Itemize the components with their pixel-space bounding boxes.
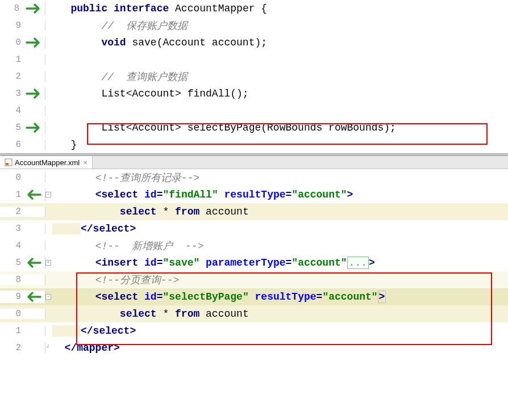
code-line[interactable]: 6 } <box>0 136 508 153</box>
code-line[interactable]: 0 <!--查询所有记录--> <box>0 169 508 186</box>
fold-icon[interactable]: ┘ <box>45 345 51 351</box>
fold-expand-icon[interactable]: + <box>45 260 51 266</box>
code-content[interactable]: public interface AccountMapper { <box>45 3 267 14</box>
line-number: 8 <box>9 3 19 14</box>
gutter: 8 c <box>0 2 45 15</box>
arrow-right-icon[interactable] <box>26 87 41 100</box>
code-line[interactable]: 3 </select> <box>0 220 508 237</box>
code-line[interactable]: 1 </select> <box>0 322 508 339</box>
xml-editor-panel[interactable]: 0 <!--查询所有记录--> 1− <select id="findAll" … <box>0 169 508 356</box>
code-line[interactable]: 4 <!-- 新增账户 --> <box>0 237 508 254</box>
code-line[interactable]: 2┘ </mapper> <box>0 339 508 356</box>
code-line[interactable]: 4 <box>0 102 508 119</box>
arrow-left-icon[interactable] <box>26 257 41 269</box>
code-line[interactable]: 5+ <insert id="save" parameterType="acco… <box>0 254 508 271</box>
fold-icon[interactable]: − <box>45 294 51 300</box>
code-line[interactable]: 1− <select id="findAll" resultType="acco… <box>0 186 508 203</box>
fold-icon[interactable]: − <box>45 192 51 198</box>
tab-label: AccountMapper.xml <box>15 158 80 167</box>
comment: // 查询账户数据 <box>101 72 187 83</box>
tab-accountmapper-xml[interactable]: AccountMapper.xml × <box>0 156 93 169</box>
arrow-right-icon[interactable] <box>26 121 41 134</box>
code-line[interactable]: 3 List<Account> findAll(); <box>0 85 508 102</box>
arrow-left-icon[interactable] <box>26 188 41 201</box>
code-line[interactable]: 2 select * from account <box>0 203 508 220</box>
code-line[interactable]: 5 List<Account> selectByPage(RowBounds r… <box>0 119 508 136</box>
arrow-right-icon[interactable] <box>26 36 41 49</box>
keyword-public: public <box>70 3 107 14</box>
keyword-interface: interface <box>114 3 169 14</box>
code-line[interactable]: 9− <select id="selectByPage" resultType=… <box>0 288 508 305</box>
code-line[interactable]: 9 // 保存账户数据 <box>0 17 508 34</box>
code-line[interactable]: 8 c public interface AccountMapper { <box>0 0 508 17</box>
arrow-left-icon[interactable] <box>26 291 41 303</box>
comment: // 保存账户数据 <box>101 20 187 32</box>
svg-rect-3 <box>6 163 9 165</box>
xml-file-icon <box>5 158 13 166</box>
close-icon[interactable]: × <box>83 158 88 167</box>
keyword-void: void <box>101 37 126 48</box>
comment: <!--查询所有记录--> <box>95 173 200 184</box>
collapsed-dots[interactable]: ... <box>347 257 369 269</box>
code-line[interactable]: 0 void save(Account account); <box>0 34 508 51</box>
java-editor-panel[interactable]: 8 c public interface AccountMapper { 9 /… <box>0 0 508 153</box>
comment: <!--分页查询--> <box>95 275 180 286</box>
tab-bar: AccountMapper.xml × <box>0 156 508 169</box>
code-line[interactable]: 1 <box>0 51 508 68</box>
code-line[interactable]: 0 select * from account <box>0 305 508 322</box>
arrow-right-icon[interactable] <box>26 2 41 15</box>
code-line[interactable]: 2 // 查询账户数据 <box>0 68 508 85</box>
type-name: AccountMapper <box>175 3 255 14</box>
comment: <!-- 新增账户 --> <box>95 241 204 252</box>
code-line[interactable]: 8 <!--分页查询--> <box>0 271 508 288</box>
